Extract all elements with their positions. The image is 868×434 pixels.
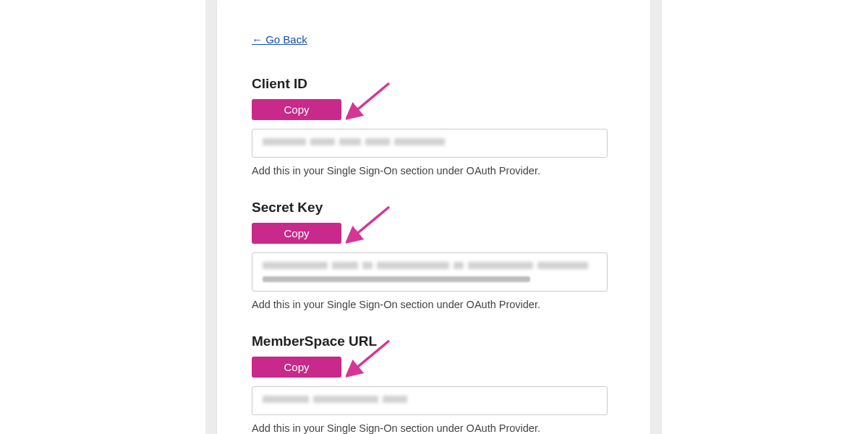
go-back-link[interactable]: ← Go Back [252,33,307,46]
client-id-value-box[interactable] [252,129,608,158]
memberspace-url-value-box[interactable] [252,386,608,415]
redacted-value [263,396,597,406]
copy-button-secret-key[interactable]: Copy [252,223,341,244]
page-background: ← Go Back Client ID Copy Add this in you… [205,0,662,434]
section-title: Secret Key [252,200,616,216]
copy-button-memberspace-url[interactable]: Copy [252,357,341,378]
settings-card: ← Go Back Client ID Copy Add this in you… [216,0,651,434]
helper-text: Add this in your Single Sign-On section … [252,165,616,176]
redacted-value [263,138,597,148]
section-title: MemberSpace URL [252,333,616,349]
redacted-value [263,262,597,272]
section-memberspace-url: MemberSpace URL Copy Add this in your Si… [252,333,616,434]
section-secret-key: Secret Key Copy Add this in your Single … [252,200,616,310]
secret-key-value-box[interactable] [252,252,608,292]
redacted-value-line2 [263,276,530,282]
section-title: Client ID [252,76,616,92]
helper-text: Add this in your Single Sign-On section … [252,422,616,434]
section-client-id: Client ID Copy Add this in your Single S… [252,76,616,176]
copy-button-client-id[interactable]: Copy [252,99,341,120]
helper-text: Add this in your Single Sign-On section … [252,299,616,310]
